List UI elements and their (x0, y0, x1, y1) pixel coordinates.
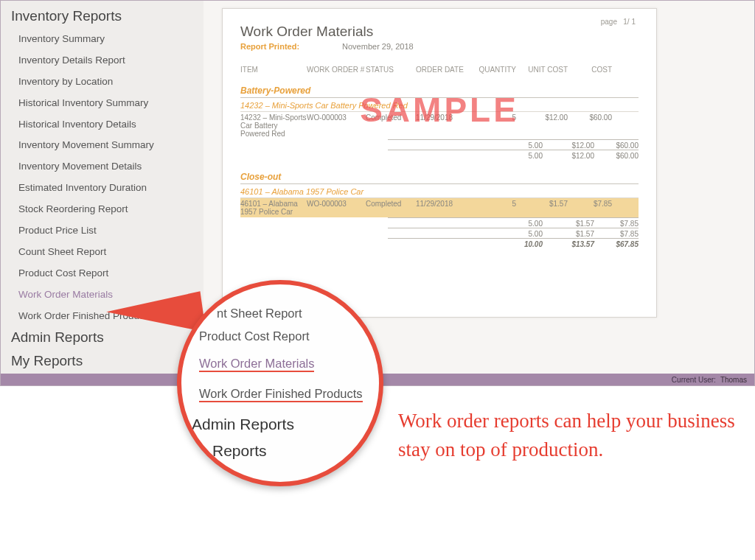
section-my-reports[interactable]: My Reports (1, 350, 203, 374)
subgroup-header: 14232 – Mini-Sports Car Battery Powered … (240, 101, 639, 112)
sidebar-item-work-order-materials[interactable]: Work Order Materials (1, 284, 203, 306)
sidebar-item-count-sheet-report[interactable]: Count Sheet Report (1, 242, 203, 263)
report-title: Work Order Materials (240, 24, 639, 40)
sidebar-item-product-cost-report[interactable]: Product Cost Report (1, 263, 203, 284)
sidebar-item-product-price-list[interactable]: Product Price List (1, 220, 203, 242)
sidebar-item-stock-reordering-report[interactable]: Stock Reordering Report (1, 199, 203, 220)
sidebar-item-inventory-by-location[interactable]: Inventory by Location (1, 71, 203, 93)
sidebar-item-historical-inventory-details[interactable]: Historical Inventory Details (1, 114, 203, 136)
sidebar-item-work-order-finished-products[interactable]: Work Order Finished Products (1, 306, 203, 327)
subtotal-row: 5.00$12.00$60.00 (388, 150, 639, 160)
sidebar-item-inventory-summary[interactable]: Inventory Summary (1, 29, 203, 50)
app-window: Inventory Reports Inventory SummaryInven… (0, 0, 755, 386)
section-admin-reports[interactable]: Admin Reports (1, 326, 203, 350)
current-user: Thomas (720, 376, 747, 384)
sidebar-item-inventory-details-report[interactable]: Inventory Details Report (1, 50, 203, 71)
sidebar-item-inventory-movement-details[interactable]: Inventory Movement Details (1, 156, 203, 178)
subtotal-row: 5.00$12.00$60.00 (388, 139, 639, 150)
subgroup-header: 46101 – Alabama 1957 Police Car (240, 187, 639, 198)
group-header: Battery-Powered (240, 85, 639, 98)
report-printed: Report Printed:November 29, 2018 (240, 42, 639, 51)
report-preview: page 1/ 1 Work Order Materials Report Pr… (222, 8, 657, 318)
section-inventory-reports[interactable]: Inventory Reports (1, 5, 203, 29)
table-row: 14232 – Mini-Sports Car Battery Powered … (240, 112, 639, 139)
grand-total-row: 10.00$13.57$67.85 (388, 238, 639, 248)
status-bar: Current User: Thomas (1, 374, 754, 385)
page-indicator: page 1/ 1 (601, 18, 636, 26)
reports-sidebar: Inventory Reports Inventory SummaryInven… (1, 1, 203, 385)
sidebar-item-historical-inventory-summary[interactable]: Historical Inventory Summary (1, 93, 203, 114)
table-row: 46101 – Alabama 1957 Police CarWO-000003… (240, 198, 639, 217)
sidebar-item-estimated-inventory-duration[interactable]: Estimated Inventory Duration (1, 178, 203, 199)
sidebar-item-inventory-movement-summary[interactable]: Inventory Movement Summary (1, 135, 203, 156)
column-headers: ITEM WORK ORDER # STATUS ORDER DATE QUAN… (240, 66, 639, 74)
subtotal-row: 5.00$1.57$7.85 (388, 228, 639, 238)
group-header: Close-out (240, 172, 639, 184)
subtotal-row: 5.00$1.57$7.85 (388, 217, 639, 228)
